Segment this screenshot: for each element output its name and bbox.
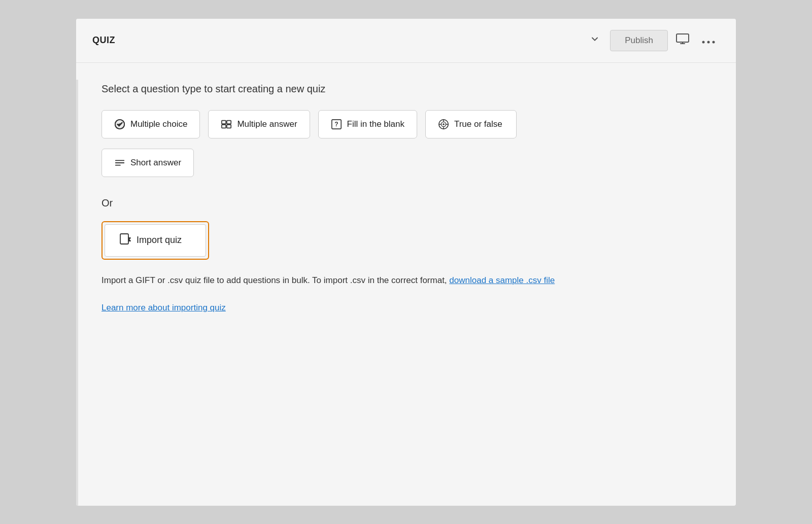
true-false-icon	[438, 119, 449, 130]
header-left: QUIZ	[92, 35, 115, 46]
multiple-choice-button[interactable]: Multiple choice	[101, 110, 200, 138]
question-types-row-2: Short answer	[101, 149, 710, 177]
svg-rect-23	[120, 234, 128, 244]
import-quiz-wrapper: Import quiz	[101, 221, 209, 260]
quiz-panel: QUIZ Publish	[76, 19, 736, 506]
chevron-down-button[interactable]	[586, 32, 604, 49]
svg-rect-7	[222, 120, 226, 123]
left-accent-bar	[76, 80, 78, 506]
true-or-false-button[interactable]: True or false	[425, 110, 517, 138]
short-answer-label: Short answer	[130, 158, 181, 168]
screen-icon	[676, 33, 689, 45]
import-quiz-label: Import quiz	[137, 235, 182, 246]
multiple-answer-label: Multiple answer	[237, 119, 297, 129]
import-icon	[119, 233, 131, 248]
import-description: Import a GIFT or .csv quiz file to add q…	[101, 274, 660, 287]
multi-answer-icon	[221, 119, 232, 130]
section-title: Select a question type to start creating…	[101, 83, 710, 95]
svg-rect-10	[227, 124, 231, 127]
screen-button[interactable]	[674, 31, 691, 49]
header-right: Publish	[586, 30, 720, 51]
multiple-choice-label: Multiple choice	[130, 119, 187, 129]
multiple-answer-button[interactable]: Multiple answer	[208, 110, 310, 138]
true-or-false-label: True or false	[454, 119, 502, 129]
chevron-down-icon	[590, 34, 600, 44]
fill-in-the-blank-label: Fill in the blank	[347, 119, 404, 129]
question-types-row: Multiple choice Multiple answer	[101, 110, 710, 138]
short-answer-icon	[114, 157, 125, 168]
svg-rect-9	[222, 124, 226, 127]
more-dots-icon	[701, 40, 716, 44]
more-options-button[interactable]	[697, 32, 720, 49]
svg-point-1	[702, 41, 705, 43]
fill-in-the-blank-button[interactable]: ? Fill in the blank	[318, 110, 417, 138]
main-content: Select a question type to start creating…	[76, 63, 736, 334]
svg-point-2	[707, 41, 710, 43]
svg-text:?: ?	[334, 120, 338, 127]
import-description-plain: Import a GIFT or .csv quiz file to add q…	[101, 275, 449, 285]
svg-rect-0	[676, 34, 689, 42]
or-label: Or	[101, 197, 710, 209]
learn-more-link[interactable]: Learn more about importing quiz	[101, 303, 226, 312]
svg-point-15	[443, 123, 445, 125]
header: QUIZ Publish	[76, 19, 736, 63]
download-sample-link[interactable]: download a sample .csv file	[449, 275, 555, 285]
publish-button[interactable]: Publish	[610, 30, 668, 51]
svg-rect-8	[227, 120, 231, 123]
short-answer-button[interactable]: Short answer	[101, 149, 194, 177]
checkmark-circle-icon	[114, 119, 125, 130]
fill-blank-icon: ?	[331, 119, 342, 130]
quiz-title: QUIZ	[92, 35, 115, 46]
import-quiz-button[interactable]: Import quiz	[105, 224, 206, 257]
svg-point-3	[713, 41, 715, 43]
